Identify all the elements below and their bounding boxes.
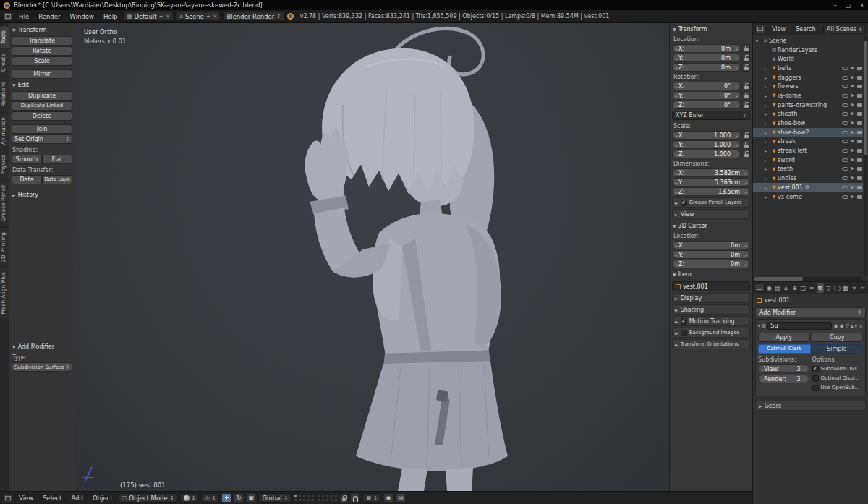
viewport-visibility-icon[interactable]: ◉ bbox=[840, 323, 844, 329]
decrement-icon[interactable]: ◂ bbox=[674, 180, 678, 185]
decrement-icon[interactable]: ◂ bbox=[674, 142, 678, 148]
expander-icon[interactable]: ▸ bbox=[765, 103, 770, 108]
layers-widget-group-2[interactable] bbox=[317, 494, 338, 502]
tab-texture[interactable]: ▦ bbox=[842, 283, 850, 293]
outliner-row-vest-001[interactable]: ▸▼vest.001⚙ bbox=[753, 183, 863, 192]
scale-z-field[interactable]: ◂Z:1.000▸ bbox=[672, 150, 741, 158]
rotation-x-field[interactable]: ◂X:0°▸ bbox=[672, 82, 741, 90]
mirror-button[interactable]: Mirror bbox=[12, 69, 72, 79]
layout-add-icon[interactable]: + bbox=[159, 13, 163, 20]
tab-scene[interactable]: ⌂ bbox=[783, 283, 791, 293]
expander-icon[interactable]: ▸ bbox=[765, 130, 770, 135]
decrement-icon[interactable]: ◂ bbox=[674, 84, 678, 89]
move-up-icon[interactable]: ▴ bbox=[851, 323, 854, 329]
join-button[interactable]: Join bbox=[12, 124, 72, 134]
lock-icon[interactable] bbox=[742, 131, 750, 140]
tab-relations[interactable]: Relations bbox=[0, 77, 9, 111]
menu-file[interactable]: File bbox=[15, 12, 33, 21]
outliner-filter-dropdown[interactable]: All Scenes↕ bbox=[823, 25, 866, 33]
menu-object[interactable]: Object bbox=[89, 494, 116, 503]
outliner-row-streak-left[interactable]: ▸▼streak left bbox=[753, 146, 863, 155]
outliner-row-world[interactable]: ⊕World bbox=[753, 54, 863, 64]
expander-icon[interactable]: ▸ bbox=[765, 111, 770, 116]
checkbox-unchecked[interactable] bbox=[812, 385, 819, 391]
selectable-cursor-icon[interactable] bbox=[849, 74, 856, 81]
scrollbar-thumb[interactable] bbox=[864, 41, 867, 156]
mode-selector[interactable]: □ Object Mode ↕ bbox=[119, 493, 178, 503]
panel-transform-header[interactable]: ▼ Transform bbox=[12, 25, 72, 35]
selectable-cursor-icon[interactable] bbox=[849, 129, 856, 136]
panel-edit-header[interactable]: ▼ Edit bbox=[12, 80, 72, 90]
tab-world[interactable]: ⊕ bbox=[791, 283, 799, 293]
expander-icon[interactable]: ▸ bbox=[765, 75, 770, 80]
scale-y-field[interactable]: ◂Y:1.000▸ bbox=[672, 140, 741, 149]
move-down-icon[interactable]: ▾ bbox=[855, 323, 858, 329]
render-camera-icon[interactable] bbox=[856, 138, 863, 145]
outliner-row-sword[interactable]: ▸▼sword bbox=[753, 155, 863, 165]
increment-icon[interactable]: ▸ bbox=[744, 243, 748, 248]
tab-render-layers[interactable]: ▤ bbox=[774, 283, 782, 293]
menu-render[interactable]: Render bbox=[35, 12, 64, 21]
data-layout-button[interactable]: Data Layo bbox=[42, 175, 72, 184]
expander-icon[interactable]: ▸ bbox=[765, 166, 770, 171]
snap-magnet-button[interactable] bbox=[350, 493, 360, 503]
expander-icon[interactable]: ▸ bbox=[765, 121, 770, 126]
panel-transform-header[interactable]: ▼ Transform bbox=[672, 24, 750, 35]
render-camera-icon[interactable] bbox=[856, 157, 863, 163]
tab-tools[interactable]: Tools bbox=[0, 26, 9, 48]
cursor-y-field[interactable]: ◂Y:0m▸ bbox=[672, 250, 750, 259]
render-camera-icon[interactable] bbox=[856, 175, 863, 181]
menu-select[interactable]: Select bbox=[39, 494, 65, 503]
tab-3d-printing[interactable]: 3D Printing bbox=[0, 228, 9, 267]
location-y-field[interactable]: ◂Y:0m▸ bbox=[672, 54, 741, 62]
tab-create[interactable]: Create bbox=[0, 49, 9, 76]
increment-icon[interactable]: ▸ bbox=[744, 262, 748, 267]
visibility-eye-icon[interactable] bbox=[842, 93, 848, 99]
editor-type-icon[interactable] bbox=[755, 25, 765, 33]
expander-icon[interactable]: ▸ bbox=[765, 139, 770, 144]
increment-icon[interactable]: ▸ bbox=[735, 46, 739, 51]
decrement-icon[interactable]: ◂ bbox=[674, 171, 678, 176]
selectable-cursor-icon[interactable] bbox=[849, 65, 856, 72]
editor-type-icon[interactable] bbox=[3, 494, 13, 503]
maximize-button[interactable]: □ bbox=[846, 2, 851, 9]
render-subdivisions-field[interactable]: ◂Render:3▸ bbox=[758, 375, 809, 383]
tab-physics[interactable]: ≈ bbox=[859, 283, 867, 293]
lock-to-scene-icon[interactable] bbox=[340, 494, 348, 503]
lock-icon[interactable] bbox=[742, 140, 750, 149]
panel-3d-cursor-header[interactable]: ▼3D Cursor bbox=[672, 221, 750, 231]
lock-icon[interactable] bbox=[742, 91, 750, 100]
checkbox-unchecked[interactable] bbox=[812, 375, 819, 382]
tab-grease-pencil[interactable]: Grease Pencil bbox=[0, 181, 9, 226]
transform-orientation-selector[interactable]: Global↕ bbox=[258, 493, 292, 503]
delete-modifier-icon[interactable]: × bbox=[859, 323, 863, 329]
modifier-header[interactable]: ▾ ⚙ Su ◉ ◉ ▽ ▴ ▾ × bbox=[758, 321, 863, 330]
outliner-row-ia-dome[interactable]: ▸▼ia-dome bbox=[753, 91, 863, 101]
visibility-eye-icon[interactable] bbox=[842, 157, 848, 163]
expander-icon[interactable]: ▸ bbox=[765, 84, 770, 89]
cursor-z-field[interactable]: ◂Z:0m▸ bbox=[672, 260, 750, 268]
shade-smooth-button[interactable]: Smooth bbox=[12, 155, 42, 164]
increment-icon[interactable]: ▸ bbox=[735, 103, 739, 108]
visibility-eye-icon[interactable] bbox=[842, 83, 848, 90]
screen-layout-selector[interactable]: ▦ Default + × bbox=[123, 12, 174, 21]
selectable-cursor-icon[interactable] bbox=[849, 194, 856, 200]
decrement-icon[interactable]: ◂ bbox=[674, 262, 678, 267]
render-camera-icon[interactable] bbox=[856, 74, 863, 81]
render-camera-icon[interactable] bbox=[856, 148, 863, 154]
tab-mesh-align[interactable]: Mesh Align Plus bbox=[0, 268, 9, 319]
expander-icon[interactable]: ▸ bbox=[765, 185, 770, 190]
expander-icon[interactable]: ▸ bbox=[765, 176, 770, 181]
render-camera-icon[interactable] bbox=[856, 194, 863, 200]
outliner-vertical-scrollbar[interactable] bbox=[864, 36, 867, 276]
outliner-row-undies[interactable]: ▸▼undies bbox=[753, 174, 863, 183]
menu-add[interactable]: Add bbox=[67, 494, 86, 503]
decrement-icon[interactable]: ◂ bbox=[674, 152, 678, 157]
scene-browse-icon[interactable]: ⌂ bbox=[179, 13, 183, 20]
translate-button[interactable]: Translate bbox=[12, 36, 72, 46]
visibility-eye-icon[interactable] bbox=[842, 74, 848, 81]
visibility-eye-icon[interactable] bbox=[842, 111, 848, 117]
edit-mode-icon[interactable]: ▽ bbox=[846, 323, 849, 329]
lock-icon[interactable] bbox=[742, 44, 750, 53]
editor-type-icon[interactable] bbox=[3, 12, 13, 21]
